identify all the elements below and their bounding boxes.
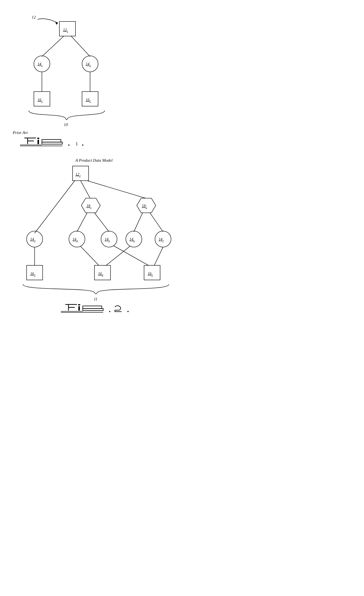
edge xyxy=(87,181,146,198)
svg-text:162: 162 xyxy=(86,98,91,103)
node-hex-18-2: 182 xyxy=(137,198,156,213)
svg-rect-51 xyxy=(83,306,102,309)
svg-text:142: 142 xyxy=(86,62,91,67)
figure-1-svg: 12 121 141 142 161 162 10 Prior Art xyxy=(8,8,154,154)
edge xyxy=(35,181,75,233)
node-square-16-2: 162 xyxy=(82,92,98,106)
edge xyxy=(134,213,143,232)
brace-label: 10 xyxy=(64,122,68,127)
edge xyxy=(77,213,87,232)
svg-point-19 xyxy=(68,144,70,146)
node-square-16-5: 165 xyxy=(144,265,160,280)
node-hex-18-1: 181 xyxy=(81,198,100,213)
node-circle-14-4: 144 xyxy=(69,231,85,247)
figure-2-svg: A Product Data Model 122 181 182 143 144… xyxy=(8,154,183,315)
svg-marker-26 xyxy=(137,198,156,213)
svg-point-4 xyxy=(82,56,98,72)
svg-text:144: 144 xyxy=(73,237,78,242)
svg-point-54 xyxy=(127,311,129,312)
node-square-16-4: 164 xyxy=(95,265,110,280)
node-circle-14-5: 145 xyxy=(101,231,117,247)
svg-text:165: 165 xyxy=(148,272,153,277)
svg-rect-15 xyxy=(37,140,39,144)
svg-rect-0 xyxy=(59,22,75,36)
node-square-16-1: 161 xyxy=(34,92,50,106)
edge xyxy=(81,246,99,265)
svg-text:163: 163 xyxy=(30,272,35,277)
edge xyxy=(154,247,163,266)
svg-point-21 xyxy=(82,144,83,146)
svg-rect-52 xyxy=(83,309,103,311)
svg-rect-50 xyxy=(78,304,80,305)
svg-text:121: 121 xyxy=(63,28,68,33)
svg-text:141: 141 xyxy=(37,62,43,67)
edge xyxy=(42,36,64,57)
svg-point-30 xyxy=(69,231,85,247)
svg-rect-8 xyxy=(82,92,98,106)
edge xyxy=(106,246,130,265)
node-circle-14-7: 147 xyxy=(155,231,171,247)
svg-text:182: 182 xyxy=(142,204,147,209)
svg-rect-42 xyxy=(144,265,160,280)
svg-point-32 xyxy=(101,231,117,247)
svg-text:146: 146 xyxy=(130,237,135,242)
svg-text:143: 143 xyxy=(30,237,35,242)
svg-text:161: 161 xyxy=(37,98,43,103)
curly-brace xyxy=(29,111,105,120)
node-circle-14-2: 142 xyxy=(82,56,98,72)
svg-rect-22 xyxy=(73,166,89,181)
edge xyxy=(81,181,90,198)
node-circle-14-3: 143 xyxy=(27,231,43,247)
curly-brace xyxy=(23,284,169,294)
svg-rect-40 xyxy=(95,265,110,280)
svg-text:164: 164 xyxy=(98,272,103,277)
svg-rect-16 xyxy=(37,138,39,139)
node-root-12-1: 121 xyxy=(59,22,75,36)
node-circle-14-6: 146 xyxy=(126,231,142,247)
node-circle-14-1: 141 xyxy=(34,56,50,72)
svg-text:122: 122 xyxy=(75,172,81,178)
svg-text:147: 147 xyxy=(159,237,164,242)
svg-rect-17 xyxy=(42,140,61,142)
svg-marker-24 xyxy=(81,198,100,213)
svg-rect-38 xyxy=(27,265,43,280)
svg-text:145: 145 xyxy=(105,237,110,242)
brace-label-11: 11 xyxy=(94,297,98,301)
svg-point-28 xyxy=(27,231,43,247)
node-root-12-2: 122 xyxy=(73,166,89,181)
svg-rect-18 xyxy=(42,142,62,144)
fig-label-graphic-2 xyxy=(61,304,129,312)
svg-point-36 xyxy=(155,231,171,247)
pointer-arrow-curve xyxy=(37,19,58,23)
fig-label-graphic: 1 xyxy=(20,138,83,146)
svg-point-34 xyxy=(126,231,142,247)
svg-text:181: 181 xyxy=(87,204,92,209)
prior-art-label: Prior Art xyxy=(13,130,28,135)
edge xyxy=(71,36,90,57)
pointer-label: 12 xyxy=(32,15,36,19)
figure-2-title: A Product Data Model xyxy=(75,158,113,163)
svg-point-53 xyxy=(109,311,110,312)
svg-rect-49 xyxy=(78,306,80,311)
svg-rect-6 xyxy=(34,92,50,106)
svg-text:1: 1 xyxy=(75,141,78,146)
edge xyxy=(150,213,163,232)
node-square-16-3: 163 xyxy=(27,265,43,280)
edge xyxy=(95,213,109,232)
svg-point-2 xyxy=(34,56,50,72)
